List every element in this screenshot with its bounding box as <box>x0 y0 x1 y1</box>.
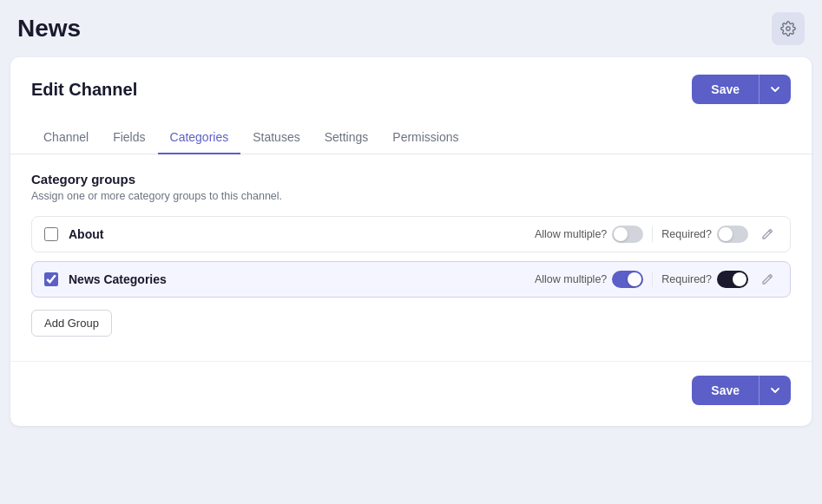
card-title: Edit Channel <box>31 80 137 100</box>
toggle-thumb-dark <box>733 272 746 286</box>
footer-save-chevron-button[interactable] <box>759 376 791 405</box>
card-header: Edit Channel Save <box>10 57 812 121</box>
chevron-down-icon <box>770 84 780 95</box>
section-title: Category groups <box>31 172 791 187</box>
row-controls-news-categories: Allow multiple? Required? <box>535 271 778 288</box>
checkbox-about[interactable] <box>44 227 58 241</box>
toggle-allow-multiple-about[interactable] <box>612 226 643 243</box>
categories-section: Category groups Assign one or more categ… <box>10 154 812 354</box>
divider-news <box>652 272 653 287</box>
add-group-button[interactable]: Add Group <box>31 310 112 337</box>
save-chevron-button[interactable] <box>759 75 791 104</box>
gear-button[interactable] <box>772 12 805 45</box>
edit-icon <box>760 272 774 286</box>
allow-multiple-label-about: Allow multiple? <box>535 228 607 240</box>
category-row-news-categories: News Categories Allow multiple? Required… <box>31 261 791 298</box>
edit-button-news-categories[interactable] <box>757 271 778 288</box>
toggle-thumb <box>719 227 733 241</box>
save-button[interactable]: Save <box>692 75 759 104</box>
required-label-about: Required? <box>661 228 712 240</box>
toggle-allow-multiple-news[interactable] <box>612 271 643 288</box>
edit-icon <box>760 227 774 241</box>
toggle-group-allow-news: Allow multiple? <box>535 271 643 288</box>
category-row-about: About Allow multiple? Required? <box>31 216 791 252</box>
allow-multiple-label-news: Allow multiple? <box>535 273 607 285</box>
tab-statuses[interactable]: Statuses <box>240 121 312 154</box>
toggle-required-about[interactable] <box>717 226 748 243</box>
page-title: News <box>17 15 81 43</box>
tabs-bar: Channel Fields Categories Statuses Setti… <box>10 121 812 154</box>
checkbox-wrap-about[interactable] <box>44 227 58 241</box>
checkbox-wrap-news-categories[interactable] <box>44 272 58 286</box>
save-button-group: Save <box>692 75 791 104</box>
toggle-group-required-about: Required? <box>661 226 748 243</box>
row-controls-about: Allow multiple? Required? <box>535 226 778 243</box>
main-card: Edit Channel Save Channel Fields Categor… <box>10 57 812 426</box>
tab-channel[interactable]: Channel <box>31 121 101 154</box>
toggle-group-allow-about: Allow multiple? <box>535 226 643 243</box>
section-desc: Assign one or more category groups to th… <box>31 190 791 202</box>
checkbox-news-categories[interactable] <box>44 272 58 286</box>
divider <box>652 226 653 242</box>
required-label-news: Required? <box>661 273 712 285</box>
tab-fields[interactable]: Fields <box>101 121 157 154</box>
category-label-about: About <box>69 227 535 241</box>
toggle-required-news[interactable] <box>717 271 748 288</box>
footer-save-button[interactable]: Save <box>692 376 759 405</box>
edit-button-about[interactable] <box>757 226 778 243</box>
card-footer: Save <box>10 361 812 409</box>
category-label-news-categories: News Categories <box>69 272 535 286</box>
tab-settings[interactable]: Settings <box>312 121 381 154</box>
footer-save-button-group: Save <box>692 376 791 405</box>
tab-permissions[interactable]: Permissions <box>380 121 470 154</box>
tab-categories[interactable]: Categories <box>158 121 241 154</box>
footer-chevron-down-icon <box>770 385 780 396</box>
toggle-group-required-news: Required? <box>661 271 748 288</box>
gear-icon <box>780 21 796 36</box>
page-header: News <box>0 0 822 57</box>
